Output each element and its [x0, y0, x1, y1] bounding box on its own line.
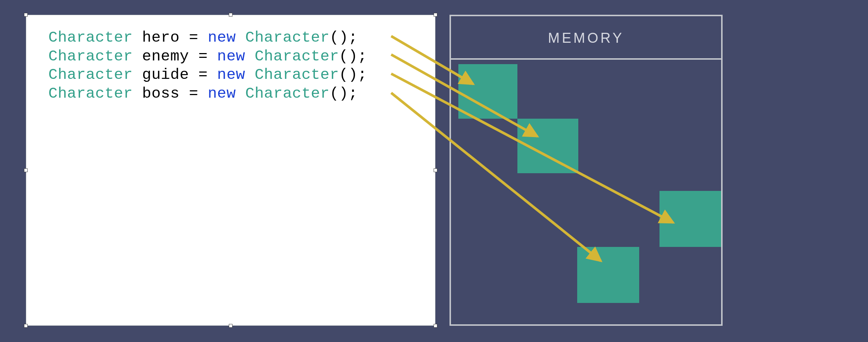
- token-type: Character: [48, 29, 133, 46]
- resize-handle-lc[interactable]: [24, 168, 28, 172]
- token-constructor: Character: [245, 85, 330, 102]
- memory-block: [517, 119, 578, 173]
- code-line: Character boss = new Character();: [48, 84, 431, 103]
- code-body: Character hero = new Character();Charact…: [26, 15, 435, 107]
- token-keyword-new: new: [198, 85, 245, 102]
- token-type: Character: [48, 66, 133, 83]
- token-punctuation: ();: [330, 85, 358, 102]
- memory-block: [458, 64, 517, 119]
- token-keyword-new: new: [208, 66, 255, 83]
- token-constructor: Character: [255, 48, 339, 65]
- memory-block: [659, 191, 721, 247]
- memory-title: MEMORY: [451, 16, 721, 60]
- token-equals: =: [189, 85, 198, 102]
- token-equals: =: [198, 48, 207, 65]
- memory-block: [577, 247, 639, 303]
- code-text-frame[interactable]: Character hero = new Character();Charact…: [26, 15, 435, 326]
- resize-handle-bl[interactable]: [24, 324, 28, 328]
- token-equals: =: [189, 29, 198, 46]
- token-punctuation: ();: [339, 66, 367, 83]
- resize-handle-bc[interactable]: [229, 324, 232, 328]
- resize-handle-br[interactable]: [434, 324, 437, 328]
- code-line: Character hero = new Character();: [48, 28, 431, 47]
- code-line: Character enemy = new Character();: [48, 47, 431, 66]
- token-type: Character: [48, 85, 133, 102]
- token-keyword-new: new: [198, 29, 245, 46]
- token-identifier: guide: [133, 66, 199, 83]
- token-equals: =: [198, 66, 207, 83]
- token-punctuation: ();: [330, 29, 358, 46]
- code-line: Character guide = new Character();: [48, 66, 431, 84]
- token-constructor: Character: [245, 29, 330, 46]
- resize-handle-tc[interactable]: [229, 13, 232, 17]
- token-keyword-new: new: [208, 48, 255, 65]
- resize-handle-rc[interactable]: [434, 168, 437, 172]
- memory-panel: MEMORY: [450, 15, 723, 326]
- token-constructor: Character: [255, 66, 339, 83]
- token-identifier: enemy: [133, 48, 199, 65]
- token-type: Character: [48, 48, 133, 65]
- token-identifier: hero: [133, 29, 189, 46]
- token-punctuation: ();: [339, 48, 367, 65]
- memory-body: [451, 60, 721, 324]
- resize-handle-tl[interactable]: [24, 13, 28, 17]
- resize-handle-tr[interactable]: [434, 13, 437, 17]
- token-identifier: boss: [133, 85, 189, 102]
